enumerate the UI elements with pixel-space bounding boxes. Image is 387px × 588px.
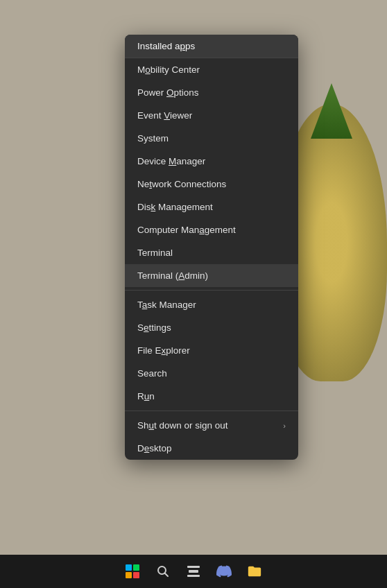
- taskbar: [0, 555, 387, 588]
- menu-label-desktop: Desktop: [137, 443, 172, 453]
- menu-item-shut-down[interactable]: Shut down or sign out ›: [125, 414, 298, 437]
- menu-item-settings[interactable]: Settings: [125, 316, 298, 339]
- svg-line-1: [165, 573, 169, 577]
- menu-label-task-manager: Task Manager: [137, 300, 196, 310]
- menu-label-file-explorer: File Explorer: [137, 345, 190, 356]
- menu-item-network-connections[interactable]: Network Connections: [125, 173, 298, 196]
- task-view-button[interactable]: [180, 557, 207, 585]
- menu-item-power-options[interactable]: Power Options: [125, 81, 298, 104]
- start-button[interactable]: [119, 557, 146, 585]
- menu-label-network-connections: Network Connections: [137, 179, 226, 189]
- menu-label-device-manager: Device Manager: [137, 156, 205, 166]
- menu-item-task-manager[interactable]: Task Manager: [125, 293, 298, 316]
- search-icon: [156, 564, 170, 578]
- discord-button[interactable]: [210, 557, 238, 585]
- menu-item-system[interactable]: System: [125, 127, 298, 150]
- menu-label-computer-management: Computer Management: [137, 225, 236, 235]
- menu-label-event-viewer: Event Viewer: [137, 110, 192, 121]
- menu-label-terminal: Terminal: [137, 248, 173, 258]
- folder-icon: [247, 564, 262, 579]
- menu-item-device-manager[interactable]: Device Manager: [125, 150, 298, 173]
- menu-label-disk-management: Disk Management: [137, 202, 213, 212]
- context-menu: Installed apps Mobility Center Power Opt…: [125, 35, 298, 460]
- menu-label-run: Run: [137, 391, 155, 401]
- shut-down-arrow-icon: ›: [283, 422, 286, 430]
- menu-item-mobility-center[interactable]: Mobility Center: [125, 58, 298, 81]
- windows-logo-icon: [126, 564, 139, 578]
- menu-item-computer-management[interactable]: Computer Management: [125, 218, 298, 241]
- menu-item-disk-management[interactable]: Disk Management: [125, 196, 298, 218]
- menu-item-desktop[interactable]: Desktop: [125, 437, 298, 460]
- menu-separator-2: [125, 410, 298, 411]
- menu-item-installed-apps[interactable]: Installed apps: [125, 35, 298, 58]
- menu-separator-1: [125, 290, 298, 291]
- menu-item-run[interactable]: Run: [125, 385, 298, 408]
- menu-label-search: Search: [137, 368, 167, 379]
- search-button[interactable]: [149, 557, 177, 585]
- discord-icon: [216, 564, 232, 579]
- menu-item-file-explorer[interactable]: File Explorer: [125, 339, 298, 362]
- menu-label-settings: Settings: [137, 322, 171, 333]
- menu-label-system: System: [137, 133, 169, 144]
- menu-item-terminal-admin[interactable]: Terminal (Admin): [125, 264, 298, 287]
- task-view-icon: [187, 566, 200, 577]
- menu-label-terminal-admin: Terminal (Admin): [137, 270, 208, 281]
- file-explorer-button[interactable]: [241, 557, 268, 585]
- menu-label-power-options: Power Options: [137, 87, 199, 98]
- menu-label-installed-apps: Installed apps: [137, 41, 195, 51]
- menu-label-shut-down: Shut down or sign out: [137, 420, 228, 431]
- menu-label-mobility-center: Mobility Center: [137, 64, 200, 75]
- menu-item-event-viewer[interactable]: Event Viewer: [125, 104, 298, 127]
- menu-item-search[interactable]: Search: [125, 362, 298, 385]
- menu-item-terminal[interactable]: Terminal: [125, 241, 298, 264]
